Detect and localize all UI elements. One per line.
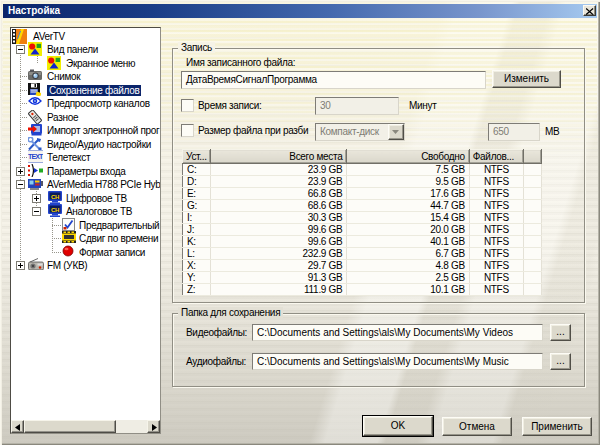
svg-text:TEXT: TEXT <box>28 153 43 160</box>
svg-text:CH: CH <box>51 207 59 213</box>
svg-text:CH: CH <box>51 194 59 200</box>
